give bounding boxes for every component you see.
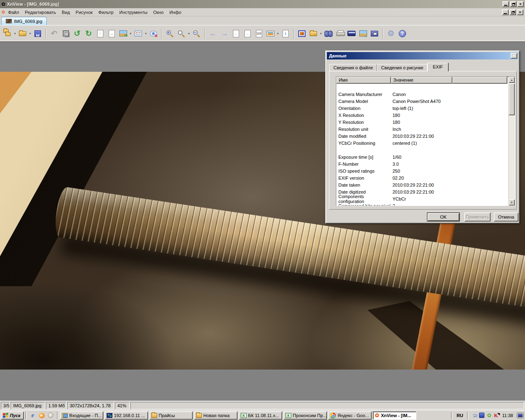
column-header-1[interactable]: Имя	[336, 77, 391, 84]
table-row[interactable]: Components configurationYCbCr	[336, 195, 508, 202]
table-row[interactable]: Exposure time [s]1/60	[336, 153, 508, 160]
export-icon-dropdown[interactable]: ▼	[129, 27, 132, 40]
red-eye-icon[interactable]	[148, 27, 159, 40]
browse-icon[interactable]	[2, 27, 13, 40]
print-icon[interactable]	[335, 27, 345, 40]
batch-convert-icon[interactable]: →	[358, 27, 368, 40]
column-header-3[interactable]	[452, 77, 507, 84]
dialog-tab-сведения-о-рисунке[interactable]: Сведения о рисунке	[377, 64, 427, 71]
ok-button[interactable]: OK	[427, 212, 460, 221]
zoom-icon[interactable]	[176, 27, 187, 40]
search-icon[interactable]	[323, 27, 334, 40]
undo-icon[interactable]: ↶	[49, 27, 59, 40]
table-row[interactable]: Date taken2010:03:29 22:21:00	[336, 181, 508, 188]
settings-icon[interactable]: ⚙	[386, 27, 396, 40]
menu-3[interactable]: Вид	[59, 9, 73, 16]
task-button-проконсим-пр[interactable]: XПроконсим Пр...	[283, 411, 327, 420]
tab-img-6069[interactable]: IMG_6069.jpg	[1, 17, 47, 25]
mail-icon[interactable]: ✉	[472, 413, 477, 418]
help-icon[interactable]: ?	[397, 27, 408, 40]
scan-icon[interactable]	[346, 27, 357, 40]
next-image-icon[interactable]: →	[219, 27, 230, 40]
crop-icon[interactable]	[60, 27, 71, 40]
capture-icon[interactable]	[369, 27, 380, 40]
minimize-button[interactable]	[502, 1, 509, 7]
messenger-icon[interactable]	[479, 413, 484, 418]
cancel-button[interactable]: Отмена	[494, 212, 518, 221]
resize-icon[interactable]: ↑	[95, 27, 105, 40]
table-row[interactable]: Date modified2010:03:29 22:21:00	[336, 132, 508, 139]
table-row[interactable]: Camera ModelCanon PowerShot A470	[336, 98, 508, 105]
dialog-close-icon[interactable]: ×	[511, 53, 517, 59]
task-button-новая-папка[interactable]: Новая папка	[194, 411, 237, 420]
first-image-icon[interactable]: ←	[231, 27, 241, 40]
icq-icon[interactable]: ✿	[487, 413, 491, 418]
menu-6[interactable]: Инструменты	[116, 9, 151, 16]
language-indicator[interactable]: RU	[454, 413, 466, 418]
table-scrollbar[interactable]: ▲ ▼	[508, 77, 515, 205]
open-with-icon[interactable]: ↓	[308, 27, 319, 40]
menu-7[interactable]: Окно	[150, 9, 167, 16]
mdi-restore-button[interactable]	[509, 9, 516, 15]
antivirus-icon[interactable]: K	[494, 412, 498, 419]
restore-button[interactable]	[510, 1, 516, 7]
task-button-бк-11-08-11-x[interactable]: XБК 11.08.11.x...	[239, 411, 282, 420]
table-row[interactable]: Orientationtop-left (1)	[336, 105, 508, 112]
info-icon[interactable]: i	[280, 27, 291, 40]
task-button-xnview-im[interactable]: ✿XnView - [IM...	[373, 411, 416, 420]
convert-icon[interactable]: →	[106, 27, 117, 40]
scroll-down-icon[interactable]: ▼	[509, 199, 515, 205]
menu-2[interactable]: Редактировать	[22, 9, 59, 16]
show-desktop-icon[interactable]	[46, 411, 55, 420]
table-row[interactable]: EXIF version02.20	[336, 174, 508, 181]
close-button[interactable]: ×	[517, 1, 524, 7]
table-row[interactable]: F-Number3.0	[336, 160, 508, 167]
task-button-прайсы[interactable]: Прайсы	[149, 411, 193, 420]
column-header-2[interactable]: Значение	[391, 77, 452, 84]
menu-1[interactable]: Файл	[5, 9, 22, 16]
task-button-яндекс-goo[interactable]: Яндекс - Goo...	[328, 411, 372, 420]
previous-image-icon[interactable]: ←	[208, 27, 218, 40]
internet-explorer-icon[interactable]: e	[28, 411, 37, 420]
browse-icon-dropdown[interactable]: ▼	[13, 27, 17, 40]
export-icon[interactable]: ↷	[118, 27, 128, 40]
dialog-tab-exif[interactable]: EXIF	[427, 63, 448, 71]
monitor-tray-icon[interactable]	[517, 413, 523, 418]
last-image-icon[interactable]: →	[242, 27, 253, 40]
zoom-in-icon[interactable]: +	[164, 27, 175, 40]
dialog-tab-сведения-о-файле[interactable]: Сведения о файле	[329, 64, 377, 71]
table-row[interactable]	[336, 146, 508, 153]
menu-4[interactable]: Рисунок	[73, 9, 96, 16]
open-with-icon-dropdown[interactable]: ▼	[319, 27, 323, 40]
scroll-up-icon[interactable]: ▲	[509, 77, 515, 83]
menu-5[interactable]: Фильтр	[96, 9, 116, 16]
page-select-icon[interactable]: 123	[253, 27, 264, 40]
table-row[interactable]: Camera ManufacturerCanon	[336, 91, 508, 98]
table-row[interactable]: Resolution unitInch	[336, 126, 508, 132]
open-icon[interactable]: ↓	[17, 27, 28, 40]
adjust-icon[interactable]	[133, 27, 144, 40]
mdi-minimize-button[interactable]	[502, 9, 509, 15]
media-player-icon[interactable]: ▶	[37, 411, 46, 420]
slideshow-icon-dropdown[interactable]: ▼	[276, 27, 280, 40]
open-icon-dropdown[interactable]: ▼	[28, 27, 32, 40]
table-row[interactable]	[336, 84, 508, 91]
save-icon[interactable]	[32, 27, 43, 40]
table-row[interactable]: YCbCr Positioningcentered (1)	[336, 139, 508, 146]
fullscreen-icon[interactable]	[297, 27, 307, 40]
table-row[interactable]: ISO speed ratings250	[336, 167, 508, 174]
task-button-192-168-0-11[interactable]: 192.168.0.11 ...	[105, 411, 148, 420]
scrollbar-thumb[interactable]	[509, 83, 515, 115]
task-button-входящие-п[interactable]: Входящие - П...	[60, 411, 103, 420]
mdi-child-icon[interactable]: ✿	[2, 10, 5, 14]
rotate-right-icon[interactable]: ↻	[83, 27, 94, 40]
zoom-icon-dropdown[interactable]: ▼	[187, 27, 191, 40]
mdi-close-button[interactable]: ×	[517, 9, 523, 15]
slideshow-icon[interactable]	[265, 27, 276, 40]
rotate-left-icon[interactable]: ↺	[72, 27, 82, 40]
adjust-icon-dropdown[interactable]: ▼	[144, 27, 148, 40]
menu-8[interactable]: Инфо	[167, 9, 184, 16]
zoom-out-icon[interactable]: −	[191, 27, 202, 40]
table-row[interactable]: Y Resolution180	[336, 119, 508, 126]
table-row[interactable]: X Resolution180	[336, 112, 508, 119]
